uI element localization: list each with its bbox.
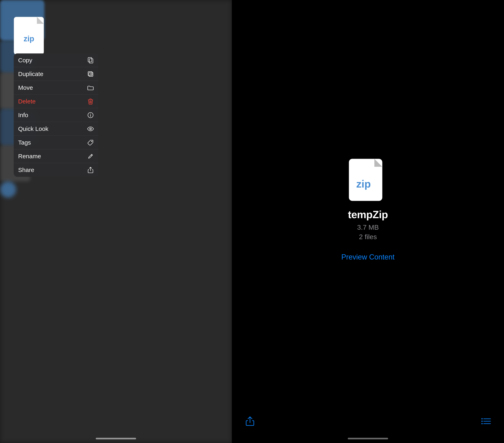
menu-item-share[interactable]: Share [14, 163, 98, 177]
svg-line-20 [91, 155, 92, 156]
move-icon [87, 84, 94, 91]
zip-icon-background: zip [13, 16, 48, 55]
tag-icon [87, 139, 94, 146]
trash-icon [87, 98, 94, 105]
menu-label-info: Info [18, 112, 28, 119]
menu-label-delete: Delete [18, 98, 36, 105]
menu-label-copy: Copy [18, 57, 32, 64]
home-indicator-right [348, 438, 388, 439]
svg-rect-5 [88, 57, 92, 62]
menu-label-move: Move [18, 84, 33, 91]
menu-label-tags: Tags [18, 139, 31, 146]
copy-icon [87, 57, 94, 64]
context-menu: Copy Duplicate Move [14, 54, 98, 177]
svg-point-19 [91, 141, 92, 142]
list-toolbar-button[interactable] [480, 415, 492, 427]
menu-label-quicklook: Quick Look [18, 125, 48, 132]
eye-icon [87, 125, 94, 132]
svg-text:zip: zip [24, 35, 34, 43]
duplicate-icon [87, 71, 94, 77]
share-icon [87, 166, 94, 173]
file-name: tempZip [348, 208, 388, 221]
menu-item-info[interactable]: Info [14, 108, 98, 122]
left-panel: zip Copy Duplicate [0, 0, 232, 443]
preview-content-button[interactable]: Preview Content [341, 253, 395, 261]
menu-label-rename: Rename [18, 153, 41, 160]
menu-item-delete[interactable]: Delete [14, 94, 98, 108]
menu-item-rename[interactable]: Rename [14, 149, 98, 163]
file-size: 3.7 MB [357, 223, 379, 231]
svg-point-27 [481, 423, 483, 424]
svg-point-15 [90, 113, 91, 114]
zip-file-icon: zip [348, 158, 388, 202]
right-panel: zip tempZip 3.7 MB 2 files Preview Conte… [232, 0, 504, 443]
file-info-panel: zip tempZip 3.7 MB 2 files Preview Conte… [341, 0, 395, 443]
menu-item-copy[interactable]: Copy [14, 54, 98, 67]
menu-item-quicklook[interactable]: Quick Look [14, 122, 98, 136]
bg-dot [0, 182, 16, 198]
svg-text:zip: zip [356, 178, 371, 190]
home-indicator-left [96, 438, 136, 439]
pencil-icon [87, 153, 94, 160]
svg-point-26 [481, 421, 483, 422]
menu-label-share: Share [18, 166, 34, 173]
svg-point-18 [90, 129, 91, 129]
share-toolbar-button[interactable] [244, 415, 256, 427]
menu-item-move[interactable]: Move [14, 81, 98, 94]
menu-item-tags[interactable]: Tags [14, 136, 98, 149]
svg-point-25 [481, 418, 483, 419]
info-icon [87, 112, 94, 119]
menu-label-duplicate: Duplicate [18, 71, 43, 77]
svg-rect-4 [89, 59, 93, 63]
file-count: 2 files [359, 233, 377, 241]
menu-item-duplicate[interactable]: Duplicate [14, 67, 98, 81]
